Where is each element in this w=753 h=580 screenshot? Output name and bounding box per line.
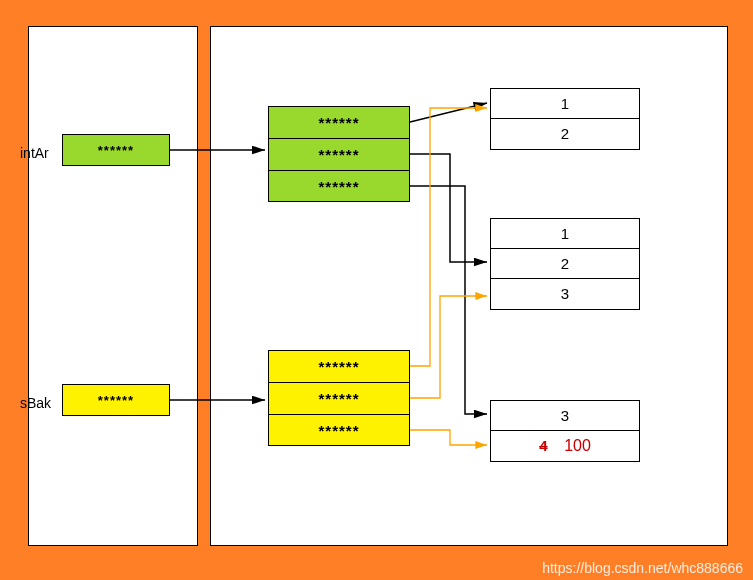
array-bottom: 3 4 100 bbox=[490, 400, 640, 462]
array-top-1: 2 bbox=[491, 119, 639, 149]
sbak-pointer: ****** bbox=[62, 384, 170, 416]
intar-pointer: ****** bbox=[62, 134, 170, 166]
array-top: 1 2 bbox=[490, 88, 640, 150]
array-middle-0: 1 bbox=[491, 219, 639, 249]
array-bottom-0: 3 bbox=[491, 401, 639, 431]
yellow-arr-1: ****** bbox=[269, 383, 409, 415]
label-intar: intAr bbox=[20, 145, 49, 161]
right-panel bbox=[210, 26, 728, 546]
left-panel bbox=[28, 26, 198, 546]
green-arr-2: ****** bbox=[269, 171, 409, 203]
new-value: 100 bbox=[564, 437, 591, 454]
green-arr-0: ****** bbox=[269, 107, 409, 139]
array-top-0: 1 bbox=[491, 89, 639, 119]
green-array: ****** ****** ****** bbox=[268, 106, 410, 202]
array-bottom-1: 4 100 bbox=[491, 431, 639, 461]
watermark: https://blog.csdn.net/whc888666 bbox=[542, 560, 743, 576]
array-middle: 1 2 3 bbox=[490, 218, 640, 310]
array-middle-2: 3 bbox=[491, 279, 639, 309]
array-middle-1: 2 bbox=[491, 249, 639, 279]
yellow-arr-2: ****** bbox=[269, 415, 409, 447]
yellow-array: ****** ****** ****** bbox=[268, 350, 410, 446]
label-sbak: sBak bbox=[20, 395, 51, 411]
green-arr-1: ****** bbox=[269, 139, 409, 171]
yellow-arr-0: ****** bbox=[269, 351, 409, 383]
struck-value: 4 bbox=[539, 437, 547, 454]
